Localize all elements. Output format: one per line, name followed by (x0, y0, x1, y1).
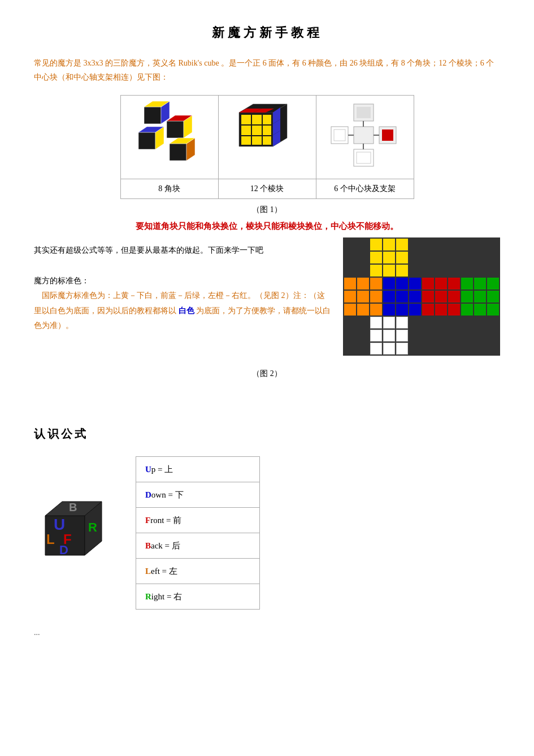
cross-grid-wrapper (343, 237, 500, 356)
cross-cell-white (370, 330, 382, 342)
cross-cell-blue (409, 304, 421, 316)
formula-letter-F: F (145, 516, 150, 525)
cross-row-8 (344, 342, 500, 355)
cube-edge-cell (218, 95, 316, 179)
cross-cell-orange (370, 304, 382, 316)
cross-cell-red (422, 304, 434, 316)
cross-cell-orange (344, 304, 356, 316)
cross-empty (344, 239, 356, 250)
cross-cell-red (448, 304, 460, 316)
standard-color-text: 其实还有超级公式等等，但是要从最基本的做起。下面来学一下吧 魔方的标准色： 国际… (34, 243, 332, 334)
cross-row-7 (344, 329, 500, 342)
formula-rest-back: ack = 后 (151, 541, 180, 550)
cross-empty (422, 317, 434, 329)
cross-cell-white (396, 317, 408, 329)
formula-row-up: Up = 上 (136, 456, 260, 482)
cross-cell-yellow (370, 239, 382, 250)
cube-centers-svg (328, 101, 402, 169)
cross-empty (344, 252, 356, 263)
cross-cell-yellow (396, 265, 408, 277)
cross-cell-orange (357, 291, 369, 303)
cross-cell-yellow (396, 252, 408, 263)
formula-row-front: Front = 前 (136, 507, 260, 533)
cross-cell-orange (370, 291, 382, 303)
cross-empty (357, 252, 369, 263)
cross-cell-green (487, 291, 499, 303)
cube-corners-svg (133, 101, 206, 169)
figure1-table: 8 角块 12 个棱块 6 个中心块及支架 (120, 95, 414, 199)
cross-cell-green (474, 278, 486, 290)
svg-rect-19 (252, 126, 262, 135)
cross-row-3 (344, 277, 500, 290)
formula-letter-R: R (145, 592, 151, 601)
cross-empty (357, 317, 369, 329)
svg-marker-0 (144, 107, 161, 124)
cross-cell-green (461, 304, 473, 316)
figure2-caption: （图 2） (34, 368, 500, 380)
color-cross-diagram (343, 237, 500, 358)
formula-cell-back: Back = 后 (136, 533, 260, 558)
cross-row-1 (344, 251, 500, 264)
cross-cell-green (487, 304, 499, 316)
cross-empty (422, 330, 434, 342)
cross-empty (344, 317, 356, 329)
formula-row-down: Down = 下 (136, 482, 260, 507)
cross-row-6 (344, 316, 500, 329)
formula-cube-svg: U L F D B R (34, 493, 113, 572)
cross-empty (357, 265, 369, 277)
cross-cell-orange (344, 278, 356, 290)
standard-color-section: 其实还有超级公式等等，但是要从最基本的做起。下面来学一下吧 魔方的标准色： 国际… (34, 243, 500, 358)
cross-empty (422, 252, 434, 263)
svg-rect-23 (263, 136, 271, 145)
svg-text:U: U (54, 516, 65, 533)
cross-empty (422, 265, 434, 277)
cross-cell-white (370, 317, 382, 329)
cross-cell-blue (396, 278, 408, 290)
cross-cell-yellow (396, 239, 408, 250)
svg-rect-15 (241, 115, 251, 124)
formula-table: Up = 上 Down = 下 Front = 前 Back = 后 Left … (136, 456, 260, 610)
svg-text:L: L (46, 532, 55, 547)
key-info-bold: 角块只能和角块换位，棱块只能和棱块换位，中心块不能移动。 (161, 222, 398, 231)
svg-rect-40 (357, 129, 371, 141)
svg-rect-18 (241, 126, 251, 135)
cross-cell-blue (409, 291, 421, 303)
cross-row-2 (344, 264, 500, 277)
svg-text:R: R (88, 520, 97, 534)
formula-rest-down: own = 下 (151, 490, 184, 499)
cross-cell-green (474, 304, 486, 316)
cross-empty (344, 330, 356, 342)
cross-cell-white (383, 317, 395, 329)
cross-cell-blue (396, 304, 408, 316)
svg-text:B: B (69, 501, 77, 513)
svg-rect-39 (334, 129, 345, 141)
cross-empty (422, 239, 434, 250)
cross-empty (409, 317, 421, 329)
formula-cell-up: Up = 上 (136, 456, 260, 482)
formula-rest-left: eft = 左 (151, 567, 177, 576)
formula-rest-right: ight = 右 (151, 592, 182, 601)
cross-row-4 (344, 290, 500, 303)
cross-row-5 (344, 303, 500, 316)
formula-letter-D: D (145, 490, 151, 499)
cross-cell-white (370, 343, 382, 355)
key-info-text: 要知道角块只能和角块换位，棱块只能和棱块换位，中心块不能移动。 (34, 219, 500, 233)
formula-section-title: 认识公式 (34, 425, 500, 443)
cross-empty (409, 265, 421, 277)
cross-cell-blue (383, 304, 395, 316)
cross-cell-green (461, 278, 473, 290)
cross-cell-yellow (370, 265, 382, 277)
cross-cell-yellow (383, 265, 395, 277)
cross-cell-green (461, 291, 473, 303)
cross-cell-red (422, 278, 434, 290)
page-title: 新魔方新手教程 (34, 23, 500, 42)
svg-rect-21 (241, 136, 251, 145)
cross-empty (409, 252, 421, 263)
white-text-highlight: 白色 (179, 306, 194, 315)
cross-empty (344, 343, 356, 355)
cross-cell-orange (357, 278, 369, 290)
figure1-labels-row: 8 角块 12 个棱块 6 个中心块及支架 (120, 179, 414, 198)
cross-empty (357, 239, 369, 250)
cross-cell-green (474, 291, 486, 303)
cross-cell-blue (396, 291, 408, 303)
